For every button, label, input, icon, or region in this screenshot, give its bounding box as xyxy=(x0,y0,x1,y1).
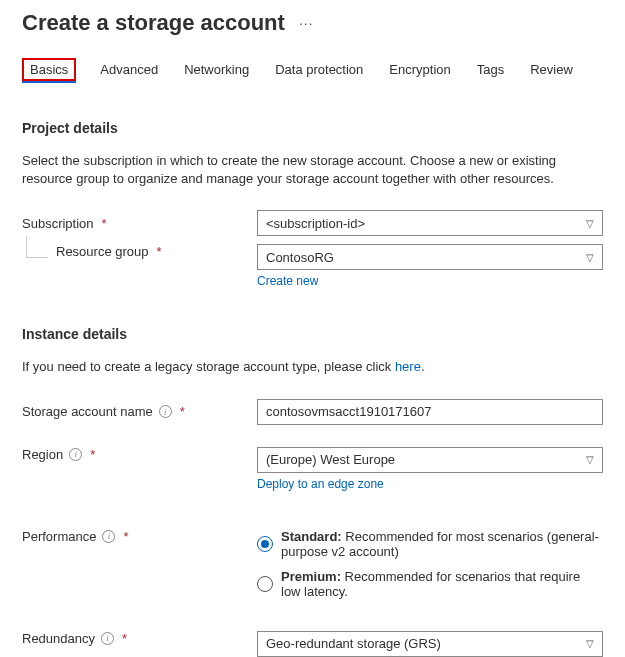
project-details-heading: Project details xyxy=(22,120,603,136)
chevron-down-icon: ▽ xyxy=(586,252,594,263)
storage-name-label: Storage account name i * xyxy=(22,404,257,419)
redundancy-select[interactable]: Geo-redundant storage (GRS) ▽ xyxy=(257,631,603,657)
info-icon[interactable]: i xyxy=(102,530,115,543)
page-title: Create a storage account xyxy=(22,10,285,36)
instance-legacy-text: If you need to create a legacy storage a… xyxy=(22,358,603,376)
resource-group-select[interactable]: ContosoRG ▽ xyxy=(257,244,603,270)
chevron-down-icon: ▽ xyxy=(586,454,594,465)
subscription-select[interactable]: <subscription-id> ▽ xyxy=(257,210,603,236)
subscription-label: Subscription* xyxy=(22,216,257,231)
radio-checked-icon xyxy=(257,536,273,552)
tab-advanced[interactable]: Advanced xyxy=(98,58,160,81)
tab-encryption[interactable]: Encryption xyxy=(387,58,452,81)
chevron-down-icon: ▽ xyxy=(586,218,594,229)
redundancy-value: Geo-redundant storage (GRS) xyxy=(266,636,441,651)
tab-data-protection[interactable]: Data protection xyxy=(273,58,365,81)
performance-label: Performance i * xyxy=(22,529,257,544)
resource-group-value: ContosoRG xyxy=(266,250,334,265)
performance-premium-radio[interactable]: Premium: Recommended for scenarios that … xyxy=(257,569,603,599)
storage-name-input[interactable] xyxy=(257,399,603,425)
info-icon[interactable]: i xyxy=(69,448,82,461)
tab-tags[interactable]: Tags xyxy=(475,58,506,81)
instance-details-heading: Instance details xyxy=(22,326,603,342)
tab-bar: Basics Advanced Networking Data protecti… xyxy=(22,58,603,82)
tab-basics[interactable]: Basics xyxy=(22,58,76,81)
region-value: (Europe) West Europe xyxy=(266,452,395,467)
tab-review[interactable]: Review xyxy=(528,58,575,81)
legacy-here-link[interactable]: here xyxy=(395,359,421,374)
performance-standard-label: Standard: Recommended for most scenarios… xyxy=(281,529,603,559)
deploy-edge-link[interactable]: Deploy to an edge zone xyxy=(257,477,384,491)
performance-standard-radio[interactable]: Standard: Recommended for most scenarios… xyxy=(257,529,603,559)
chevron-down-icon: ▽ xyxy=(586,638,594,649)
subscription-value: <subscription-id> xyxy=(266,216,365,231)
region-label: Region i * xyxy=(22,447,257,462)
performance-premium-label: Premium: Recommended for scenarios that … xyxy=(281,569,603,599)
create-new-rg-link[interactable]: Create new xyxy=(257,274,318,288)
info-icon[interactable]: i xyxy=(101,632,114,645)
resource-group-label: Resource group* xyxy=(22,244,257,259)
redundancy-label: Redundancy i * xyxy=(22,631,257,646)
info-icon[interactable]: i xyxy=(159,405,172,418)
more-menu-icon[interactable]: ··· xyxy=(299,15,314,31)
project-details-desc: Select the subscription in which to crea… xyxy=(22,152,603,188)
region-select[interactable]: (Europe) West Europe ▽ xyxy=(257,447,603,473)
radio-unchecked-icon xyxy=(257,576,273,592)
tab-networking[interactable]: Networking xyxy=(182,58,251,81)
